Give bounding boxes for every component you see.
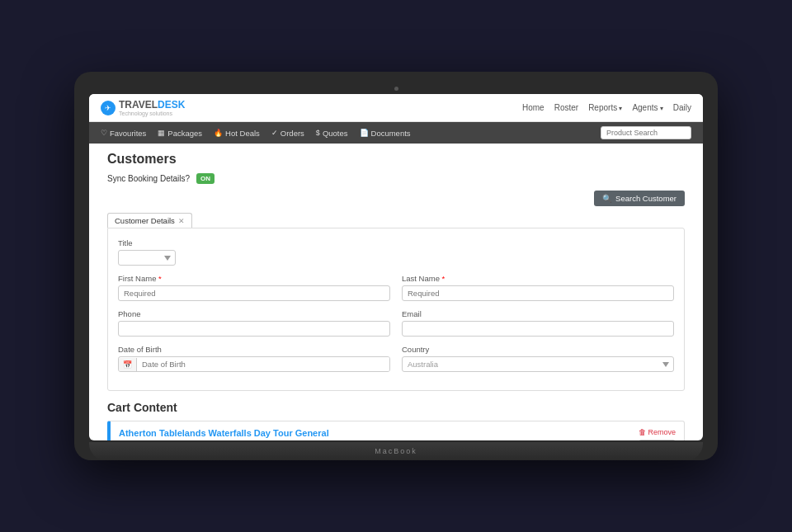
laptop-screen: ✈ TRAVELDESK Technology solutions Home R… [89,94,703,440]
fire-icon: 🔥 [214,129,223,137]
search-customer-button[interactable]: 🔍 Search Customer [594,191,685,206]
email-input[interactable] [402,321,674,337]
country-select[interactable]: Australia New Zealand United States Unit… [402,356,674,372]
dob-input-wrapper: 📅 [118,356,390,372]
dollar-icon: $ [316,129,320,137]
phone-input[interactable] [118,321,390,337]
cart-item: Atherton Tablelands Waterfalls Day Tour … [107,421,685,440]
last-name-group: Last Name * [402,274,674,301]
packages-icon: ▦ [158,129,165,137]
close-tab-icon[interactable]: ✕ [178,217,185,225]
title-group: Title Mr Mrs Ms Dr [118,238,184,266]
form-row-dob-country: Date of Birth 📅 Country Australia New Ze… [118,345,674,372]
dob-group: Date of Birth 📅 [118,345,390,372]
page-content: Customers Sync Booking Details? ON 🔍 Sea… [89,144,703,440]
laptop-base: MacBook [89,442,703,460]
sync-label: Sync Booking Details? [107,174,190,183]
first-name-label: First Name * [118,274,390,283]
nav-documents[interactable]: 📄 Documents [360,129,411,138]
nav-home[interactable]: Home [522,103,544,112]
search-customer-wrapper: 🔍 Search Customer [107,191,685,206]
last-name-label: Last Name * [402,274,674,283]
nav-roster[interactable]: Roster [554,103,578,112]
check-icon: ✓ [271,129,278,137]
cart-item-title: Atherton Tablelands Waterfalls Day Tour … [119,428,329,438]
sync-toggle[interactable]: ON [196,173,214,184]
sync-row: Sync Booking Details? ON [107,173,685,184]
nav-agents[interactable]: Agents [632,103,662,112]
first-name-group: First Name * [118,274,390,301]
nav-quotes[interactable]: $ Quotes [316,129,348,138]
form-row-contact: Phone Email [118,309,674,337]
phone-label: Phone [118,309,390,318]
document-icon: 📄 [360,129,369,137]
logo-icon: ✈ [101,101,116,115]
sub-nav-items: ♡ Favourites ▦ Packages 🔥 Hot Deals ✓ Or… [101,129,411,138]
customer-details-tab[interactable]: Customer Details ✕ [107,213,192,228]
calendar-icon: 📅 [119,358,137,371]
quantity-select[interactable]: 1 2 3 [639,440,676,440]
sub-nav: ♡ Favourites ▦ Packages 🔥 Hot Deals ✓ Or… [89,122,703,144]
search-icon: 🔍 [602,194,612,203]
page-title: Customers [107,152,685,167]
form-row-names: First Name * Last Name * [118,274,674,301]
nav-daily[interactable]: Daily [673,103,691,112]
nav-favourites[interactable]: ♡ Favourites [101,129,146,138]
phone-group: Phone [118,309,390,337]
last-name-required-star: * [442,274,446,283]
first-name-input[interactable] [118,285,390,301]
laptop-brand: MacBook [375,447,417,455]
cart-item-left: Atherton Tablelands Waterfalls Day Tour … [119,428,329,440]
email-label: Email [402,309,674,318]
trash-icon: 🗑 [639,428,646,436]
top-nav: ✈ TRAVELDESK Technology solutions Home R… [89,94,703,122]
heart-icon: ♡ [101,129,107,137]
last-name-input[interactable] [402,285,674,301]
country-group: Country Australia New Zealand United Sta… [402,345,674,372]
nav-hot-deals[interactable]: 🔥 Hot Deals [214,129,260,138]
cart-title: Cart Content [107,401,685,414]
top-nav-links: Home Roster Reports Agents Daily [522,103,691,112]
email-group: Email [402,309,674,337]
remove-button[interactable]: 🗑 Remove [639,428,676,436]
dob-input[interactable] [137,357,389,371]
logo: ✈ TRAVELDESK Technology solutions [101,99,185,116]
customer-form: Title Mr Mrs Ms Dr [107,228,685,391]
form-row-title: Title Mr Mrs Ms Dr [118,238,674,266]
nav-reports[interactable]: Reports [588,103,622,112]
title-label: Title [118,238,184,247]
title-select[interactable]: Mr Mrs Ms Dr [118,250,176,266]
dob-label: Date of Birth [118,345,390,354]
app-container: ✈ TRAVELDESK Technology solutions Home R… [89,94,703,440]
nav-packages[interactable]: ▦ Packages [158,129,202,138]
nav-orders[interactable]: ✓ Orders [271,129,304,138]
product-search-input[interactable] [601,126,691,139]
cart-item-right: 🗑 Remove 1 2 3 [639,428,676,440]
country-label: Country [402,345,674,354]
logo-text: TRAVELDESK [119,99,185,111]
first-name-required-star: * [158,274,162,283]
